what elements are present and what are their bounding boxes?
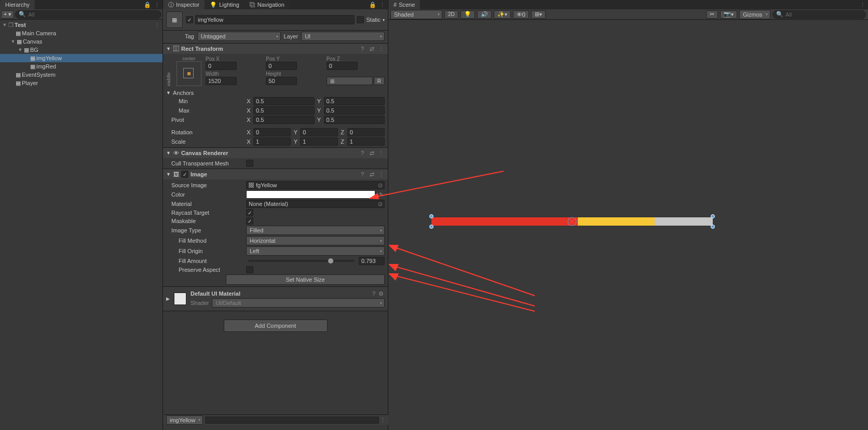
collapse-arrow-icon[interactable]: ▶ <box>166 296 170 301</box>
fx-toggle-button[interactable]: ✨▾ <box>494 10 511 19</box>
raw-edit-button[interactable]: R <box>374 77 385 85</box>
shading-dropdown[interactable]: Shaded <box>390 10 442 19</box>
menu-icon[interactable]: ⋮ <box>377 149 385 157</box>
source-image-field[interactable]: fgYellow <box>246 181 385 189</box>
anchor-min-x[interactable] <box>253 97 315 105</box>
tag-dropdown[interactable]: Untagged <box>197 32 281 41</box>
scene-menu-icon[interactable]: ⋮ <box>153 21 160 29</box>
pos-y-input[interactable] <box>266 62 297 70</box>
light-toggle-button[interactable]: 💡 <box>460 10 475 19</box>
help-icon[interactable]: ? <box>359 45 366 52</box>
color-field[interactable] <box>246 190 375 199</box>
menu-icon[interactable]: ⋮ <box>377 45 385 52</box>
anchors-arrow-icon[interactable]: ▼ <box>166 90 171 95</box>
tree-item-eventsystem[interactable]: ▦ EventSystem <box>0 71 162 79</box>
rot-x[interactable] <box>253 128 291 136</box>
menu-icon[interactable]: ⋮ <box>153 1 160 8</box>
fill-origin-dropdown[interactable]: Left <box>246 246 385 256</box>
lighting-tab[interactable]: 💡 Lighting <box>205 0 245 9</box>
tree-item-main-camera[interactable]: ▦ Main Camera <box>0 29 162 37</box>
tree-item-imgyellow[interactable]: ▦ imgYellow <box>0 54 162 62</box>
image-type-dropdown[interactable]: Filled <box>246 226 385 235</box>
pivot-y[interactable] <box>324 116 385 124</box>
expand-arrow-icon[interactable]: ▼ <box>18 47 23 52</box>
lock-icon[interactable]: 🔒 <box>144 1 151 8</box>
grid-button[interactable]: ⊞▾ <box>531 10 546 19</box>
scale-x[interactable] <box>253 137 291 146</box>
selection-handle[interactable] <box>711 225 715 229</box>
asset-bundle-field[interactable] <box>205 417 379 424</box>
menu-icon[interactable]: ⋮ <box>379 417 386 424</box>
width-input[interactable] <box>206 77 237 85</box>
scene-object-bg[interactable] <box>431 217 713 226</box>
help-icon[interactable]: ? <box>359 171 366 178</box>
inspector-tab[interactable]: ⓘ Inspector <box>163 0 205 9</box>
maskable-checkbox[interactable] <box>246 217 253 225</box>
camera-button[interactable]: 📷▾ <box>720 10 737 19</box>
navigation-tab[interactable]: ⿻ Navigation <box>245 0 290 9</box>
fill-method-dropdown[interactable]: Horizontal <box>246 236 385 245</box>
menu-icon[interactable]: ⋮ <box>378 1 386 8</box>
static-checkbox[interactable] <box>357 16 364 23</box>
gizmos-dropdown[interactable]: Gizmos <box>739 10 770 19</box>
eyedropper-icon[interactable]: ✎ <box>377 191 385 198</box>
hidden-toggle-button[interactable]: 👁0 <box>513 10 529 19</box>
height-input[interactable] <box>266 77 297 85</box>
scene-search[interactable]: 🔍 All <box>772 10 866 19</box>
lock-icon[interactable]: 🔒 <box>369 1 376 8</box>
set-native-size-button[interactable]: Set Native Size <box>226 274 385 285</box>
material-preview[interactable] <box>174 293 186 305</box>
menu-icon[interactable]: ⋮ <box>859 1 866 8</box>
selection-handle[interactable] <box>711 214 715 218</box>
preset-icon[interactable]: ⇄ <box>368 45 375 52</box>
fill-amount-input[interactable] <box>359 257 385 265</box>
tree-item-canvas[interactable]: ▼ ▦ Canvas <box>0 37 162 46</box>
expand-arrow-icon[interactable]: ▼ <box>10 39 16 44</box>
tools-button[interactable]: ✂ <box>706 10 718 19</box>
anchor-min-y[interactable] <box>324 97 385 105</box>
rot-z[interactable] <box>347 128 385 136</box>
hierarchy-search[interactable]: 🔍 All <box>15 10 161 19</box>
cull-checkbox[interactable] <box>246 160 253 167</box>
create-button[interactable]: + ▾ <box>1 10 14 19</box>
preset-icon[interactable]: ⇄ <box>368 149 375 157</box>
pos-x-input[interactable] <box>206 62 237 70</box>
menu-icon[interactable]: ⋮ <box>377 171 385 178</box>
anchor-max-y[interactable] <box>324 106 385 115</box>
tree-item-player[interactable]: ▦ Player <box>0 79 162 87</box>
footer-object-dropdown[interactable]: imgYellow <box>166 415 203 425</box>
pos-z-input[interactable] <box>327 62 358 70</box>
scene-tab[interactable]: # Scene <box>388 0 420 9</box>
fill-amount-slider[interactable] <box>248 260 355 262</box>
scene-viewport[interactable] <box>388 21 868 430</box>
collapse-arrow-icon[interactable]: ▼ <box>166 150 171 156</box>
selection-handle[interactable] <box>429 225 433 229</box>
scene-object-imgred[interactable] <box>431 217 578 226</box>
scale-y[interactable] <box>300 137 337 146</box>
audio-toggle-button[interactable]: 🔊 <box>477 10 492 19</box>
active-checkbox[interactable] <box>186 16 193 23</box>
pivot-gizmo[interactable] <box>566 215 578 228</box>
shader-dropdown[interactable]: UI/Default <box>212 298 385 308</box>
settings-icon[interactable]: ⚙ <box>377 290 385 297</box>
help-icon[interactable]: ? <box>370 290 377 297</box>
raycast-checkbox[interactable] <box>246 209 253 216</box>
tree-item-bg[interactable]: ▼ ▦ BG <box>0 46 162 54</box>
blueprint-mode-button[interactable]: ⊞ <box>327 77 373 85</box>
scale-z[interactable] <box>347 137 385 146</box>
collapse-arrow-icon[interactable]: ▼ <box>166 46 171 51</box>
hierarchy-tab[interactable]: Hierarchy <box>0 0 35 9</box>
image-enabled-checkbox[interactable] <box>181 171 188 178</box>
anchor-max-x[interactable] <box>253 106 315 115</box>
static-dropdown-icon[interactable]: ▾ <box>383 18 385 22</box>
layer-dropdown[interactable]: UI <box>301 32 385 41</box>
expand-arrow-icon[interactable]: ▼ <box>2 22 7 27</box>
preset-icon[interactable]: ⇄ <box>368 171 375 178</box>
material-field[interactable]: None (Material) <box>246 200 385 208</box>
selection-handle[interactable] <box>429 214 433 218</box>
2d-button[interactable]: 2D <box>444 10 458 19</box>
preserve-aspect-checkbox[interactable] <box>246 266 253 273</box>
collapse-arrow-icon[interactable]: ▼ <box>166 172 171 177</box>
object-icon[interactable]: ▦ <box>166 11 183 28</box>
rot-y[interactable] <box>300 128 337 136</box>
